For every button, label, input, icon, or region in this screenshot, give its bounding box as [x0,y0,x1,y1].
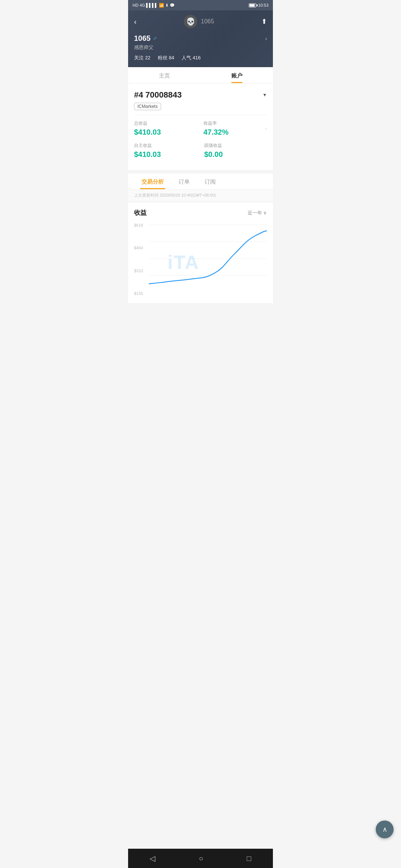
status-bar: HD 4G ▌▌▌▌ 📶 ⬇ 💬 10:53 [128,0,273,10]
chart-section: 收益 近一年 ∨ $618 $464 $310 $156 iTA [128,203,273,303]
y-label-618: $618 [134,223,143,227]
chart-header: 收益 近一年 ∨ [134,208,267,217]
chart-svg [149,221,267,289]
chart-container: $618 $464 $310 $156 iTA [134,221,267,303]
profile-name-display: 1065 ♂ [134,34,157,43]
gender-icon: ♂ [153,35,157,42]
follow-label: 关注 [134,55,144,60]
bottom-spacer [128,303,273,322]
total-profit-value: $410.03 [134,128,196,137]
follow-profit-label: 跟随收益 [204,142,267,149]
account-dropdown-arrow[interactable]: ▼ [263,92,267,98]
signal-4g: 4G [140,3,145,7]
follow-profit-item: 跟随收益 $0.00 [197,142,267,159]
fans-stat: 粉丝 84 [158,55,174,61]
nav-bar: ‹ 💀 1065 ⬆ [128,10,273,33]
nav-title: 💀 1065 [184,15,214,28]
total-profit-item: 总收益 $410.03 [134,120,196,137]
profile-name-row: 1065 ♂ › [134,34,267,43]
total-profit-label: 总收益 [134,120,196,126]
profit-rate-label: 收益率 [203,120,265,126]
signal-bars: ▌▌▌▌ [146,3,158,7]
update-time: 上次更新时间 2020/05/20 10:40(GMT+08:00) [128,190,273,201]
tab-subscription[interactable]: 订阅 [197,173,223,189]
wifi-icon: 📶 [159,3,164,8]
metrics-arrow: › [265,125,267,131]
metrics-row-2: 自主收益 $410.03 跟随收益 $0.00 [134,142,267,159]
time-display: 10:53 [258,3,268,7]
download-icon: ⬇ [165,3,169,8]
account-number: #4 70008843 [134,90,182,100]
ita-watermark: iTA [167,251,199,273]
nav-username: 1065 [201,18,214,25]
follow-stat: 关注 22 [134,55,150,61]
chart-y-labels: $618 $464 $310 $156 [134,221,143,303]
profit-rate-value: 47.32% [203,128,265,137]
chevron-down-icon: ∨ [263,210,267,216]
avatar: 💀 [184,15,197,28]
skull-icon: 💀 [186,17,195,26]
metrics-grid: 总收益 $410.03 收益率 47.32% › 自主收益 $410.03 跟随… [128,115,273,170]
broker-tag: ICMarkets [128,103,273,115]
metrics-row-1: 总收益 $410.03 收益率 47.32% › [134,120,267,137]
main-content: #4 70008843 ▼ ICMarkets 总收益 $410.03 收益率 … [128,83,273,170]
profile-info: 1065 ♂ › 感恩师父 关注 22 粉丝 84 人气 416 [128,33,273,67]
account-header: #4 70008843 ▼ [128,83,273,103]
popularity-count: 416 [193,55,201,60]
tab-home[interactable]: 主页 [128,67,200,83]
analysis-tab-bar: 交易分析 订单 订阅 [128,173,273,190]
profit-rate-item: 收益率 47.32% [196,120,265,137]
wechat-icon: 💬 [170,3,175,8]
popularity-label: 人气 [182,55,191,60]
profile-arrow-icon[interactable]: › [265,36,267,42]
follow-profit-value: $0.00 [204,150,267,159]
status-right: 10:53 [249,3,268,7]
profile-bio: 感恩师父 [134,44,267,51]
profile-stats: 关注 22 粉丝 84 人气 416 [134,55,267,61]
fans-count: 84 [169,55,174,60]
battery-icon [249,3,256,7]
hd-icon: HD [133,3,138,7]
y-label-464: $464 [134,246,143,250]
y-label-156: $156 [134,291,143,296]
analysis-tabs-section: 交易分析 订单 订阅 上次更新时间 2020/05/20 10:40(GMT+0… [128,173,273,201]
tab-orders[interactable]: 订单 [171,173,197,189]
self-profit-label: 自主收益 [134,142,197,149]
tab-account[interactable]: 账户 [200,67,273,83]
self-profit-value: $410.03 [134,150,197,159]
tab-analysis[interactable]: 交易分析 [134,173,171,189]
self-profit-item: 自主收益 $410.03 [134,142,197,159]
tab-bar: 主页 账户 [128,67,273,83]
username-text: 1065 [134,34,151,43]
time-filter[interactable]: 近一年 ∨ [248,210,267,216]
chart-title: 收益 [134,208,147,217]
status-left: HD 4G ▌▌▌▌ 📶 ⬇ 💬 [133,3,175,8]
share-button[interactable]: ⬆ [261,17,267,26]
y-label-310: $310 [134,269,143,273]
popularity-stat: 人气 416 [182,55,200,61]
profile-banner: ‹ 💀 1065 ⬆ 1065 ♂ › 感恩师父 关注 22 粉丝 84 [128,10,273,67]
back-button[interactable]: ‹ [134,17,137,26]
fans-label: 粉丝 [158,55,167,60]
follow-count: 22 [145,55,150,60]
